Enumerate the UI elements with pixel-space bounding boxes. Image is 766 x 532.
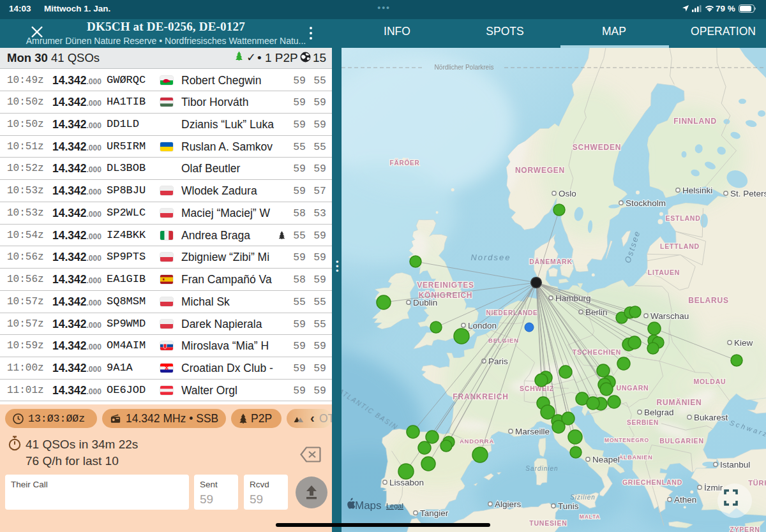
- svg-text:BELGIEN: BELGIEN: [488, 337, 519, 344]
- svg-text:Tangier: Tangier: [420, 508, 449, 518]
- svg-text:Kiew: Kiew: [734, 338, 753, 348]
- svg-text:VEREINIGTES: VEREINIGTES: [417, 281, 474, 290]
- svg-text:Belgrad: Belgrad: [644, 408, 674, 417]
- svg-text:ESTLAND: ESTLAND: [665, 214, 700, 222]
- svg-text:FÄRÖER: FÄRÖER: [389, 159, 419, 166]
- svg-text:Algiers: Algiers: [495, 499, 522, 509]
- svg-text:NIEDERLANDE: NIEDERLANDE: [486, 309, 537, 316]
- svg-text:Helsinki: Helsinki: [682, 186, 712, 195]
- svg-text:NORWEGEN: NORWEGEN: [515, 166, 565, 175]
- svg-text:TÜRKEI: TÜRKEI: [748, 479, 766, 487]
- svg-text:St. Petersbu: St. Petersbu: [730, 189, 766, 198]
- svg-text:LETTLAND: LETTLAND: [660, 242, 700, 250]
- svg-text:Marseille: Marseille: [515, 427, 550, 436]
- svg-text:Stockholm: Stockholm: [626, 198, 666, 208]
- svg-text:BULGARIEN: BULGARIEN: [659, 437, 704, 445]
- svg-text:GRIECHENLAND: GRIECHENLAND: [622, 478, 682, 486]
- svg-text:Sizilien: Sizilien: [570, 494, 596, 501]
- svg-text:Neapel: Neapel: [592, 455, 620, 464]
- svg-text:Dublin: Dublin: [413, 298, 437, 307]
- svg-text:Maps: Maps: [355, 499, 382, 512]
- svg-text:FINNLAND: FINNLAND: [673, 117, 717, 126]
- svg-text:MALTA: MALTA: [580, 514, 600, 520]
- svg-text:Nördlicher Polarkreis: Nördlicher Polarkreis: [435, 64, 494, 71]
- svg-text:MONTENEGRO: MONTENEGRO: [605, 437, 649, 443]
- svg-text:UNGARN: UNGARN: [617, 384, 649, 392]
- svg-text:Legal: Legal: [386, 502, 403, 510]
- svg-text:Oslo: Oslo: [559, 189, 576, 198]
- svg-text:ANDORRA: ANDORRA: [460, 438, 494, 445]
- svg-text:MOLDAU: MOLDAU: [694, 378, 726, 385]
- svg-text:Istanbul: Istanbul: [720, 460, 750, 469]
- svg-text:RUMÄNIEN: RUMÄNIEN: [656, 397, 702, 407]
- svg-text:DÄNEMARK: DÄNEMARK: [529, 258, 573, 265]
- svg-text:İzmir: İzmir: [704, 483, 723, 492]
- svg-text:BELARUS: BELARUS: [688, 296, 729, 305]
- svg-text:Athen: Athen: [674, 495, 696, 505]
- svg-text:LITAUEN: LITAUEN: [648, 269, 680, 276]
- svg-text:ALBANIEN: ALBANIEN: [619, 454, 653, 461]
- svg-text:Warschau: Warschau: [650, 311, 689, 321]
- svg-text:TUNESIEN: TUNESIEN: [529, 519, 567, 527]
- svg-text:Sardinien: Sardinien: [525, 465, 558, 472]
- svg-text:SERBIEN: SERBIEN: [627, 419, 659, 426]
- svg-text:ZYPERN: ZYPERN: [730, 526, 760, 532]
- svg-text:Nordsee: Nordsee: [470, 253, 511, 262]
- svg-text:SCHWEIZ: SCHWEIZ: [520, 385, 554, 392]
- svg-text:Tunis: Tunis: [558, 501, 579, 511]
- svg-text:Bukarest: Bukarest: [694, 413, 728, 422]
- svg-text:SCHWEDEN: SCHWEDEN: [573, 143, 621, 152]
